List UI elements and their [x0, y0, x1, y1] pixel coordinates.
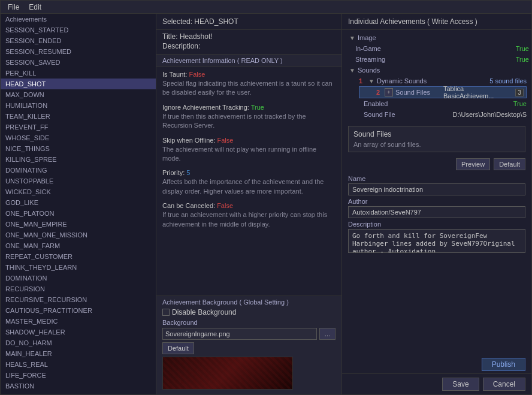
- cancel-button[interactable]: Cancel: [483, 378, 525, 391]
- background-input[interactable]: [162, 328, 317, 340]
- disable-bg-row: Disable Background: [162, 308, 335, 316]
- title-value: Headshot!: [180, 32, 213, 41]
- image-fields: In-Game True Streaming True: [342, 43, 531, 65]
- dynamic-sounds-key: Dynamic Sounds: [377, 77, 489, 85]
- list-item[interactable]: LIFE_FORCE: [1, 370, 156, 381]
- main-content: AchievementsSESSION_STARTEDSESSION_ENDED…: [1, 14, 531, 394]
- list-item[interactable]: ONE_MAN_FARM: [1, 240, 156, 251]
- author-input[interactable]: [348, 206, 525, 218]
- list-item[interactable]: THINK_THEYD_LEARN: [1, 262, 156, 273]
- preview-button[interactable]: Preview: [456, 158, 490, 170]
- info-item-desc: Affects both the importance of the achie…: [162, 177, 335, 196]
- info-item-label: Skip when Offline: False: [162, 137, 335, 144]
- list-item[interactable]: DO_NO_HARM: [1, 337, 156, 348]
- middle-panel: Selected: HEAD_SHOT Title: Headshot! Des…: [156, 14, 342, 394]
- info-box-title: Sound Files: [353, 130, 520, 138]
- bg-default-button[interactable]: Default: [162, 342, 194, 354]
- sound-files-badge: 3: [515, 89, 524, 97]
- list-item[interactable]: RECURSION: [1, 284, 156, 294]
- info-item-label: Ignore Achievement Tracking: True: [162, 104, 335, 111]
- list-item[interactable]: GOD_LIKE: [1, 197, 156, 208]
- right-default-button[interactable]: Default: [494, 158, 525, 170]
- list-item[interactable]: DOMINATION: [1, 273, 156, 284]
- list-item[interactable]: HUMILIATION: [1, 100, 156, 111]
- list-item[interactable]: ONE_MAN_ONE_MISSION: [1, 230, 156, 240]
- info-item-label: Can be Canceled: False: [162, 202, 335, 209]
- right-header: Individual Achievements ( Write Access ): [342, 14, 531, 30]
- disable-bg-checkbox[interactable]: [162, 309, 170, 316]
- info-item-desc: If true an achievement with a higher pri…: [162, 210, 335, 229]
- dynamic-sounds-val: 5 sound files: [489, 77, 527, 85]
- list-item[interactable]: WICKED_SICK: [1, 186, 156, 197]
- sounds-section: ▼ Sounds: [342, 65, 531, 76]
- save-button[interactable]: Save: [442, 378, 479, 391]
- info-item-value: False: [217, 137, 234, 144]
- info-item: Skip when Offline: FalseThe achievement …: [162, 137, 335, 164]
- sound-files-val: Tablica BasicAchievem...: [443, 85, 514, 99]
- list-item[interactable]: TEAM_KILLER: [1, 111, 156, 122]
- list-item[interactable]: UNSTOPPABLE: [1, 176, 156, 186]
- info-item-value: True: [251, 104, 264, 111]
- list-item[interactable]: SESSION_ENDED: [1, 35, 156, 46]
- list-item[interactable]: SHADOW_HEALER: [1, 327, 156, 337]
- description-textarea[interactable]: Go forth and kill for SovereignFew Harbi…: [348, 229, 525, 253]
- list-item[interactable]: RECURSIVE_RECURSION: [1, 294, 156, 305]
- info-box-desc: An array of sound files.: [353, 141, 520, 148]
- publish-row: Publish: [342, 357, 531, 373]
- list-item[interactable]: KILLING_SPREE: [1, 154, 156, 165]
- streaming-val: True: [516, 56, 529, 63]
- list-item[interactable]: HEALS_REAL: [1, 359, 156, 370]
- enabled-area: Enabled True Sound File D:\Users\John\De…: [342, 98, 531, 120]
- info-item-label: Is Taunt: False: [162, 71, 335, 78]
- info-item: Priority: 5Affects both the importance o…: [162, 169, 335, 196]
- menu-edit[interactable]: Edit: [24, 2, 46, 13]
- desc-line: Description:: [162, 42, 335, 50]
- sound-files-expand-btn[interactable]: +: [385, 88, 393, 97]
- list-item[interactable]: MASTER_MEDIC: [1, 316, 156, 327]
- list-item[interactable]: PER_KILL: [1, 68, 156, 79]
- description-field: Description Go forth and kill for Sovere…: [348, 221, 525, 255]
- info-item-value: False: [189, 71, 205, 78]
- list-item[interactable]: REPEAT_CUSTOMER: [1, 251, 156, 262]
- bg-section-header: Achievement Background ( Global Setting …: [162, 298, 335, 306]
- enabled-val: True: [513, 100, 527, 107]
- dynamic-sounds-expand-icon[interactable]: ▼: [367, 77, 376, 85]
- title-desc-area: Title: Headshot! Description:: [156, 30, 341, 54]
- sounds-collapse-icon[interactable]: ▼: [348, 66, 356, 74]
- list-item[interactable]: PREVENT_FF: [1, 122, 156, 132]
- list-item[interactable]: SESSION_RESUMED: [1, 46, 156, 57]
- sound-file-key: Sound File: [364, 111, 453, 118]
- list-item[interactable]: ONE_PLATOON: [1, 208, 156, 219]
- info-item-label: Priority: 5: [162, 169, 335, 176]
- list-item[interactable]: SESSION_SAVED: [1, 57, 156, 68]
- list-item[interactable]: Achievements: [1, 14, 156, 25]
- bg-browse-button[interactable]: ...: [319, 328, 335, 340]
- property-tree: ▼ Image In-Game True Streaming True ▼: [342, 30, 531, 122]
- sound-files-num: 2: [376, 89, 382, 96]
- name-label: Name: [348, 175, 525, 182]
- bg-preview-image: [162, 357, 293, 390]
- list-item[interactable]: DOMINATING: [1, 165, 156, 176]
- selected-header: Selected: HEAD_SHOT: [156, 14, 341, 30]
- ingame-val: True: [516, 45, 529, 52]
- enabled-key: Enabled: [364, 100, 513, 107]
- menu-file[interactable]: File: [3, 2, 24, 13]
- list-item[interactable]: HEAD_SHOT: [1, 79, 156, 89]
- publish-button[interactable]: Publish: [482, 358, 525, 371]
- tree-row-sound-files[interactable]: 2 + Sound Files Tablica BasicAchievem...…: [359, 86, 527, 98]
- name-input[interactable]: [348, 183, 525, 195]
- list-item[interactable]: WHOSE_SIDE: [1, 132, 156, 143]
- list-item[interactable]: ONE_MAN_EMPIRE: [1, 219, 156, 230]
- title-line: Title: Headshot!: [162, 32, 335, 41]
- list-item[interactable]: CAUTIOUS_PRACTITIONER: [1, 305, 156, 316]
- list-item[interactable]: MAIN_HEALER: [1, 348, 156, 359]
- list-item[interactable]: BASTION: [1, 381, 156, 391]
- list-item[interactable]: ENERGIZER: [1, 391, 156, 394]
- info-item-value: 5: [186, 169, 190, 176]
- list-item[interactable]: MAX_DOWN: [1, 89, 156, 100]
- list-item[interactable]: SESSION_STARTED: [1, 25, 156, 35]
- list-item[interactable]: NICE_THINGS: [1, 143, 156, 154]
- info-item: Ignore Achievement Tracking: TrueIf true…: [162, 104, 335, 131]
- bg-section: Achievement Background ( Global Setting …: [156, 296, 341, 394]
- image-collapse-icon[interactable]: ▼: [348, 34, 356, 42]
